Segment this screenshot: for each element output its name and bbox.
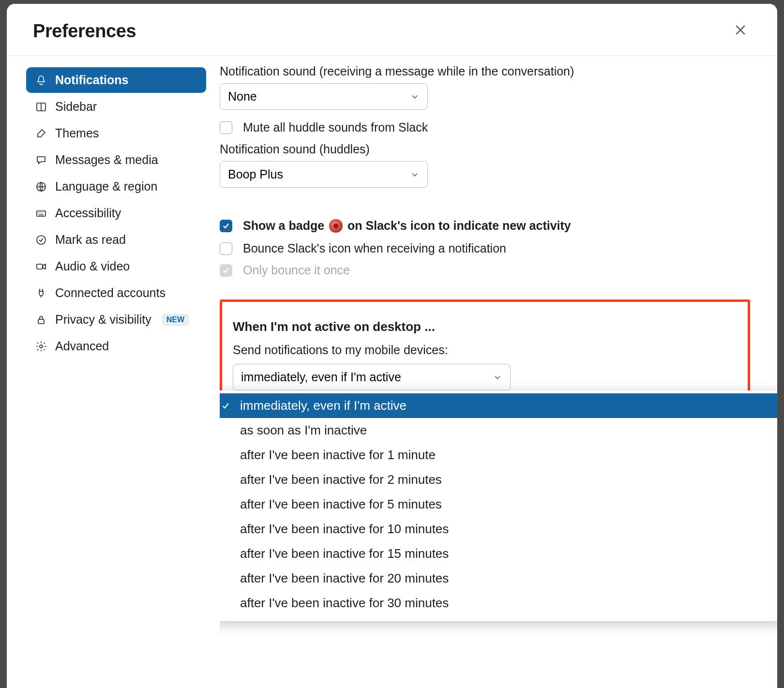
- inactive-label: Send notifications to my mobile devices:: [233, 343, 737, 357]
- mobile-notification-dropdown: immediately, even if I'm activeas soon a…: [220, 390, 777, 621]
- keyboard-icon: [35, 207, 47, 220]
- sidebar-item-label: Sidebar: [55, 100, 97, 114]
- dropdown-option[interactable]: immediately, even if I'm active: [220, 393, 777, 418]
- sidebar-item-connected-accounts[interactable]: Connected accounts: [26, 280, 206, 306]
- sound-in-convo-label: Notification sound (receiving a message …: [220, 64, 750, 78]
- dropdown-option[interactable]: as soon as I'm inactive: [220, 418, 777, 443]
- check-icon: [220, 400, 231, 412]
- modal-title: Preferences: [33, 21, 136, 42]
- option-label: after I've been inactive for 30 minutes: [240, 596, 449, 611]
- option-label: after I've been inactive for 2 minutes: [240, 472, 442, 487]
- svg-rect-5: [38, 319, 44, 324]
- sidebar-item-label: Privacy & visibility: [55, 313, 151, 327]
- globe-icon: [35, 180, 47, 193]
- sidebar-item-messages-media[interactable]: Messages & media: [26, 147, 206, 173]
- video-icon: [35, 260, 47, 273]
- option-label: after I've been inactive for 5 minutes: [240, 497, 442, 512]
- close-icon: [733, 23, 748, 39]
- bounce-once-row: Only bounce it once: [220, 263, 750, 277]
- dropdown-option[interactable]: after I've been inactive for 20 minutes: [220, 566, 777, 591]
- mute-huddle-checkbox[interactable]: [220, 121, 232, 134]
- gear-icon: [35, 340, 47, 353]
- show-badge-label: Show a badge on Slack's icon to indicate…: [243, 219, 571, 233]
- sound-in-convo-select[interactable]: None: [220, 83, 428, 110]
- sidebar-item-label: Language & region: [55, 179, 157, 194]
- sidebar-item-label: Advanced: [55, 339, 109, 353]
- sidebar-item-themes[interactable]: Themes: [26, 120, 206, 146]
- bounce-row[interactable]: Bounce Slack's icon when receiving a not…: [220, 241, 750, 255]
- sidebar-icon: [35, 101, 47, 113]
- badge-dot-icon: [329, 219, 343, 233]
- sidebar-item-label: Notifications: [55, 73, 128, 87]
- dropdown-option[interactable]: after I've been inactive for 1 minute: [220, 443, 777, 467]
- sidebar-item-label: Accessibility: [55, 206, 121, 220]
- modal-header: Preferences: [7, 4, 777, 56]
- sidebar-item-advanced[interactable]: Advanced: [26, 333, 206, 359]
- option-label: as soon as I'm inactive: [240, 423, 367, 438]
- plug-icon: [35, 287, 47, 299]
- svg-rect-2: [37, 211, 45, 216]
- lock-icon: [35, 314, 47, 326]
- bounce-once-label: Only bounce it once: [243, 263, 350, 277]
- dropdown-option[interactable]: after I've been inactive for 5 minutes: [220, 492, 777, 517]
- sidebar-item-notifications[interactable]: Notifications: [26, 67, 206, 93]
- sidebar-item-sidebar[interactable]: Sidebar: [26, 94, 206, 120]
- show-badge-row[interactable]: Show a badge on Slack's icon to indicate…: [220, 219, 750, 233]
- bounce-label: Bounce Slack's icon when receiving a not…: [243, 241, 506, 255]
- option-label: after I've been inactive for 15 minutes: [240, 546, 449, 561]
- svg-point-3: [37, 236, 45, 244]
- bounce-checkbox[interactable]: [220, 242, 232, 255]
- select-value: immediately, even if I'm active: [241, 370, 401, 384]
- option-label: after I've been inactive for 10 minutes: [240, 522, 449, 537]
- mute-huddle-row[interactable]: Mute all huddle sounds from Slack: [220, 120, 750, 135]
- preferences-sidebar: NotificationsSidebarThemesMessages & med…: [7, 56, 220, 688]
- svg-rect-4: [37, 264, 43, 269]
- sidebar-item-label: Themes: [55, 126, 99, 140]
- dropdown-option[interactable]: after I've been inactive for 30 minutes: [220, 591, 777, 615]
- preferences-modal: Preferences NotificationsSidebarThemesMe…: [7, 4, 777, 688]
- option-label: immediately, even if I'm active: [240, 398, 407, 413]
- dropdown-option[interactable]: after I've been inactive for 2 minutes: [220, 467, 777, 492]
- inactive-title: When I'm not active on desktop ...: [233, 319, 737, 334]
- brush-icon: [35, 127, 47, 140]
- speech-icon: [35, 154, 47, 166]
- select-value: Boop Plus: [228, 167, 283, 181]
- chevron-down-icon: [493, 373, 502, 382]
- chevron-down-icon: [410, 92, 420, 102]
- preferences-content: Notification sound (receiving a message …: [220, 56, 777, 688]
- close-button[interactable]: [730, 20, 751, 42]
- chevron-down-icon: [410, 170, 420, 179]
- show-badge-checkbox[interactable]: [220, 220, 232, 232]
- bell-icon: [35, 74, 47, 87]
- sound-huddle-label: Notification sound (huddles): [220, 142, 750, 156]
- dropdown-option[interactable]: after I've been inactive for 10 minutes: [220, 517, 777, 541]
- inactive-section-highlight: When I'm not active on desktop ... Send …: [220, 299, 750, 399]
- modal-body: NotificationsSidebarThemesMessages & med…: [7, 56, 777, 688]
- sidebar-item-label: Connected accounts: [55, 286, 166, 300]
- mute-huddle-label: Mute all huddle sounds from Slack: [243, 120, 428, 135]
- sidebar-item-privacy-visibility[interactable]: Privacy & visibilityNEW: [26, 307, 206, 332]
- bounce-once-checkbox: [220, 264, 232, 277]
- sidebar-item-accessibility[interactable]: Accessibility: [26, 200, 206, 226]
- option-label: after I've been inactive for 1 minute: [240, 448, 436, 463]
- mobile-notification-select[interactable]: immediately, even if I'm active: [233, 364, 511, 390]
- option-label: after I've been inactive for 20 minutes: [240, 571, 449, 586]
- sidebar-item-mark-as-read[interactable]: Mark as read: [26, 227, 206, 253]
- sidebar-item-label: Mark as read: [55, 233, 126, 247]
- dropdown-option[interactable]: after I've been inactive for 15 minutes: [220, 541, 777, 566]
- sidebar-item-label: Audio & video: [55, 259, 130, 273]
- new-badge: NEW: [162, 314, 189, 326]
- sound-huddle-select[interactable]: Boop Plus: [220, 161, 428, 188]
- select-value: None: [228, 90, 257, 104]
- sidebar-item-language-region[interactable]: Language & region: [26, 174, 206, 199]
- check-circle-icon: [35, 234, 47, 246]
- sidebar-item-label: Messages & media: [55, 153, 158, 167]
- svg-point-6: [40, 345, 43, 348]
- sidebar-item-audio-video[interactable]: Audio & video: [26, 254, 206, 279]
